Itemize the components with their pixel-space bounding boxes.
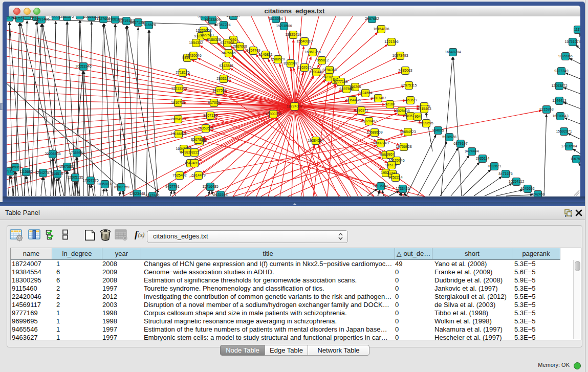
svg-text:114519: 114519: [52, 172, 63, 176]
svg-text:12213369: 12213369: [171, 86, 187, 90]
svg-text:17359924: 17359924: [69, 151, 84, 155]
svg-text:7632621: 7632621: [487, 164, 501, 168]
svg-text:(x): (x): [138, 232, 145, 238]
svg-text:16782759: 16782759: [113, 185, 129, 189]
svg-text:20691406: 20691406: [33, 17, 49, 21]
svg-text:8454749: 8454749: [246, 49, 260, 52]
svg-text:19166825: 19166825: [170, 132, 186, 136]
svg-text:1162615: 1162615: [298, 65, 312, 69]
svg-text:18807249: 18807249: [373, 141, 388, 145]
svg-text:10973493: 10973493: [392, 54, 408, 57]
svg-text:9242450: 9242450: [531, 192, 545, 196]
svg-text:8675685: 8675685: [222, 51, 235, 55]
svg-text:2087682: 2087682: [365, 17, 379, 20]
svg-text:7386372: 7386372: [354, 108, 368, 112]
svg-text:1081572: 1081572: [60, 16, 74, 18]
svg-text:9474444: 9474444: [465, 149, 478, 153]
svg-text:20206536: 20206536: [45, 152, 60, 156]
svg-text:1117: 1117: [574, 28, 580, 31]
svg-text:10688609: 10688609: [366, 130, 382, 134]
svg-text:8322037: 8322037: [284, 61, 297, 65]
svg-text:8215953: 8215953: [539, 107, 553, 111]
svg-text:15720407: 15720407: [361, 119, 377, 123]
svg-text:245061: 245061: [9, 165, 21, 169]
svg-text:2867608: 2867608: [233, 45, 247, 48]
svg-text:12093872: 12093872: [551, 84, 567, 87]
svg-text:964: 964: [415, 115, 421, 118]
svg-text:9146821: 9146821: [258, 53, 272, 56]
svg-text:9794028: 9794028: [322, 68, 336, 72]
svg-text:92160: 92160: [385, 102, 395, 106]
svg-text:12342757: 12342757: [35, 171, 51, 174]
svg-text:1115682: 1115682: [19, 170, 33, 173]
svg-text:12505135: 12505135: [67, 176, 83, 179]
svg-text:7625402: 7625402: [172, 173, 186, 177]
svg-text:8990448: 8990448: [309, 70, 323, 74]
svg-text:2935114: 2935114: [476, 157, 490, 160]
svg-text:9215403: 9215403: [417, 107, 431, 111]
svg-text:17016504: 17016504: [561, 144, 577, 148]
svg-text:7955812: 7955812: [315, 58, 329, 62]
svg-text:2489: 2489: [190, 161, 199, 165]
svg-text:1244413: 1244413: [552, 99, 566, 102]
svg-text:8567834: 8567834: [191, 138, 205, 141]
svg-text:12923448: 12923448: [129, 192, 145, 195]
svg-text:7515526: 7515526: [142, 23, 156, 27]
svg-text:9329966: 9329966: [558, 54, 572, 58]
svg-text:9242848: 9242848: [219, 64, 233, 68]
svg-text:12975115: 12975115: [401, 83, 417, 87]
svg-text:7357224: 7357224: [216, 23, 230, 27]
svg-text:20053346: 20053346: [75, 64, 91, 68]
svg-text:9463627: 9463627: [403, 98, 417, 102]
svg-text:6914479: 6914479: [191, 173, 205, 177]
svg-text:15692971: 15692971: [556, 129, 572, 133]
svg-text:8427552: 8427552: [212, 89, 226, 92]
svg-text:164095: 164095: [432, 128, 444, 132]
svg-text:915132: 915132: [385, 163, 397, 167]
svg-text:15640910: 15640910: [296, 39, 312, 43]
svg-text:8186328: 8186328: [207, 38, 221, 41]
svg-text:9242502: 9242502: [145, 194, 159, 196]
svg-text:9245652: 9245652: [520, 187, 534, 190]
svg-text:9227349: 9227349: [554, 69, 568, 73]
svg-text:9699695: 9699695: [419, 121, 433, 125]
svg-text:6497568: 6497568: [339, 87, 353, 91]
svg-text:9867: 9867: [386, 152, 395, 156]
svg-text:10654112: 10654112: [509, 180, 525, 183]
svg-text:22420046: 22420046: [185, 54, 201, 57]
svg-text:8267130: 8267130: [203, 114, 217, 117]
svg-text:19384554: 19384554: [308, 139, 323, 142]
svg-text:1610755: 1610755: [171, 101, 185, 104]
svg-text:16961758: 16961758: [304, 50, 320, 54]
svg-text:917006: 917006: [208, 101, 220, 104]
svg-text:16648784: 16648784: [445, 50, 461, 54]
svg-text:19654923: 19654923: [400, 130, 416, 134]
svg-text:16136141: 16136141: [373, 184, 388, 188]
svg-text:19756928: 19756928: [396, 145, 411, 148]
svg-text:1733426: 1733426: [396, 187, 409, 190]
svg-text:8813054: 8813054: [269, 17, 282, 20]
svg-text:16154836: 16154836: [373, 27, 389, 31]
svg-text:16033809: 16033809: [204, 18, 220, 21]
svg-text:5938928: 5938928: [442, 135, 456, 139]
svg-text:10975887: 10975887: [59, 165, 75, 168]
svg-text:8471676: 8471676: [498, 172, 512, 176]
svg-text:20364436: 20364436: [344, 98, 360, 102]
svg-text:18300295: 18300295: [265, 112, 281, 116]
svg-text:9777169: 9777169: [334, 80, 347, 83]
svg-text:2718176: 2718176: [176, 71, 189, 74]
svg-text:10958137: 10958137: [97, 182, 113, 186]
svg-text:7485063: 7485063: [398, 69, 412, 72]
svg-text:19218506: 19218506: [276, 24, 292, 28]
svg-text:9457791: 9457791: [165, 185, 179, 188]
svg-text:1054332: 1054332: [189, 41, 203, 45]
svg-text:19654983: 19654983: [170, 117, 186, 121]
svg-text:10807487: 10807487: [370, 96, 386, 100]
svg-text:9635543: 9635543: [213, 193, 227, 196]
svg-text:17957275: 17957275: [82, 179, 98, 182]
svg-text:9327508: 9327508: [220, 41, 234, 45]
svg-text:1221396: 1221396: [384, 40, 398, 43]
svg-text:2803144: 2803144: [216, 77, 230, 80]
svg-text:9252214: 9252214: [388, 176, 402, 179]
svg-text:18724007: 18724007: [287, 104, 302, 108]
